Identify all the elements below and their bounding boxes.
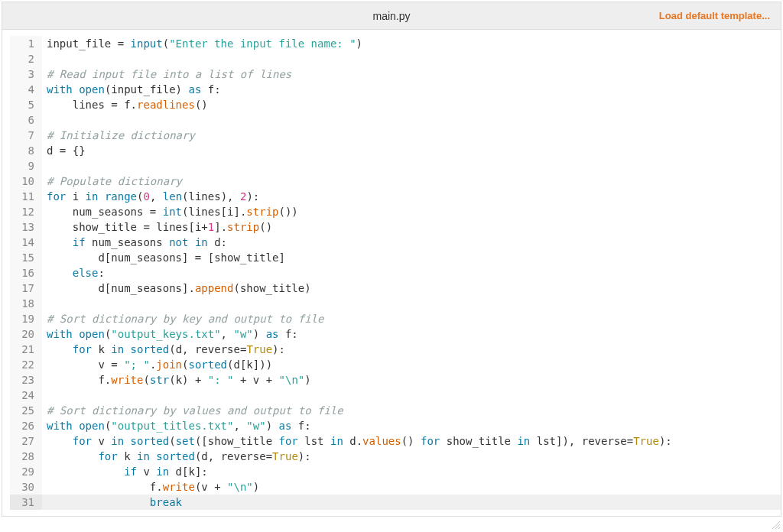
code-line[interactable]: 19# Sort dictionary by key and output to… [10,311,781,326]
code-line[interactable]: 30 f.write(v + "\n") [10,479,781,495]
editor-header: main.py Load default template... [2,2,781,30]
code-content[interactable]: # Read input file into a list of lines [42,66,781,82]
line-number: 25 [10,403,42,418]
code-content[interactable]: f.write(str(k) + ": " + v + "\n") [42,372,781,388]
code-content[interactable]: for k in sorted(d, reverse=True): [42,342,781,357]
resize-handle-icon[interactable] [771,520,780,529]
line-number: 2 [10,51,42,66]
code-line[interactable]: 27 for v in sorted(set([show_title for l… [10,433,781,449]
code-content[interactable]: d = {} [42,143,781,158]
code-line[interactable]: 11for i in range(0, len(lines), 2): [10,189,781,204]
code-line[interactable]: 8d = {} [10,143,781,158]
code-content[interactable]: v = "; ".join(sorted(d[k])) [42,357,781,372]
code-line[interactable]: 22 v = "; ".join(sorted(d[k])) [10,357,781,372]
line-number: 12 [10,204,42,219]
line-number: 17 [10,281,42,296]
code-line[interactable]: 2 [10,51,781,66]
code-content[interactable]: # Sort dictionary by key and output to f… [42,311,781,326]
code-content[interactable]: for i in range(0, len(lines), 2): [42,189,781,204]
code-line[interactable]: 17 d[num_seasons].append(show_title) [10,281,781,296]
line-number: 5 [10,97,42,112]
line-number: 1 [10,36,42,51]
code-content[interactable]: lines = f.readlines() [42,97,781,112]
code-line[interactable]: 16 else: [10,265,781,281]
line-number: 29 [10,464,42,479]
line-number: 27 [10,433,42,449]
line-number: 31 [10,495,42,510]
line-number: 7 [10,128,42,143]
code-content[interactable]: for v in sorted(set([show_title for lst … [42,433,781,449]
line-number: 19 [10,311,42,326]
code-content[interactable]: # Populate dictionary [42,174,781,189]
line-number: 9 [10,158,42,174]
code-content[interactable]: with open("output_titles.txt", "w") as f… [42,418,781,433]
code-line[interactable]: 21 for k in sorted(d, reverse=True): [10,342,781,357]
line-number: 26 [10,418,42,433]
code-line[interactable]: 18 [10,296,781,311]
code-line[interactable]: 3# Read input file into a list of lines [10,66,781,82]
code-line[interactable]: 6 [10,112,781,128]
code-line[interactable]: 10# Populate dictionary [10,174,781,189]
editor-body: 1input_file = input("Enter the input fil… [2,30,781,516]
line-number: 22 [10,357,42,372]
code-line[interactable]: 24 [10,388,781,403]
code-content[interactable]: d[num_seasons].append(show_title) [42,281,781,296]
line-number: 13 [10,219,42,235]
code-content[interactable]: if v in d[k]: [42,464,781,479]
line-number: 3 [10,66,42,82]
code-content[interactable]: for k in sorted(d, reverse=True): [42,449,781,464]
line-number: 10 [10,174,42,189]
code-content[interactable]: else: [42,265,781,281]
code-line[interactable]: 20with open("output_keys.txt", "w") as f… [10,326,781,342]
line-number: 23 [10,372,42,388]
code-content[interactable]: # Sort dictionary by values and output t… [42,403,781,418]
code-line[interactable]: 23 f.write(str(k) + ": " + v + "\n") [10,372,781,388]
code-content[interactable]: break [42,495,781,510]
code-content[interactable]: # Initialize dictionary [42,128,781,143]
line-number: 14 [10,235,42,250]
code-content[interactable]: input_file = input("Enter the input file… [42,36,781,51]
line-number: 30 [10,479,42,495]
code-line[interactable]: 15 d[num_seasons] = [show_title] [10,250,781,265]
code-content[interactable]: show_title = lines[i+1].strip() [42,219,781,235]
code-line[interactable]: 5 lines = f.readlines() [10,97,781,112]
code-content[interactable]: d[num_seasons] = [show_title] [42,250,781,265]
code-line[interactable]: 7# Initialize dictionary [10,128,781,143]
code-line[interactable]: 4with open(input_file) as f: [10,82,781,97]
line-number: 28 [10,449,42,464]
code-line[interactable]: 14 if num_seasons not in d: [10,235,781,250]
code-editor[interactable]: 1input_file = input("Enter the input fil… [10,36,781,510]
svg-line-2 [778,527,780,529]
code-line[interactable]: 29 if v in d[k]: [10,464,781,479]
code-line[interactable]: 1input_file = input("Enter the input fil… [10,36,781,51]
code-content[interactable]: f.write(v + "\n") [42,479,781,495]
code-line[interactable]: 12 num_seasons = int(lines[i].strip()) [10,204,781,219]
code-line[interactable]: 13 show_title = lines[i+1].strip() [10,219,781,235]
line-number: 6 [10,112,42,128]
code-line[interactable]: 28 for k in sorted(d, reverse=True): [10,449,781,464]
code-content[interactable]: num_seasons = int(lines[i].strip()) [42,204,781,219]
code-line[interactable]: 25# Sort dictionary by values and output… [10,403,781,418]
line-number: 11 [10,189,42,204]
line-number: 18 [10,296,42,311]
editor-container: main.py Load default template... 1input_… [2,2,781,517]
line-number: 21 [10,342,42,357]
line-number: 15 [10,250,42,265]
load-default-template-link[interactable]: Load default template... [659,10,770,21]
line-number: 20 [10,326,42,342]
code-line[interactable]: 31 break [10,495,781,510]
file-title: main.py [372,10,410,22]
line-number: 4 [10,82,42,97]
code-line[interactable]: 9 [10,158,781,174]
code-line[interactable]: 26with open("output_titles.txt", "w") as… [10,418,781,433]
line-number: 16 [10,265,42,281]
line-number: 8 [10,143,42,158]
code-content[interactable]: if num_seasons not in d: [42,235,781,250]
code-content[interactable]: with open(input_file) as f: [42,82,781,97]
code-content[interactable]: with open("output_keys.txt", "w") as f: [42,326,781,342]
line-number: 24 [10,388,42,403]
